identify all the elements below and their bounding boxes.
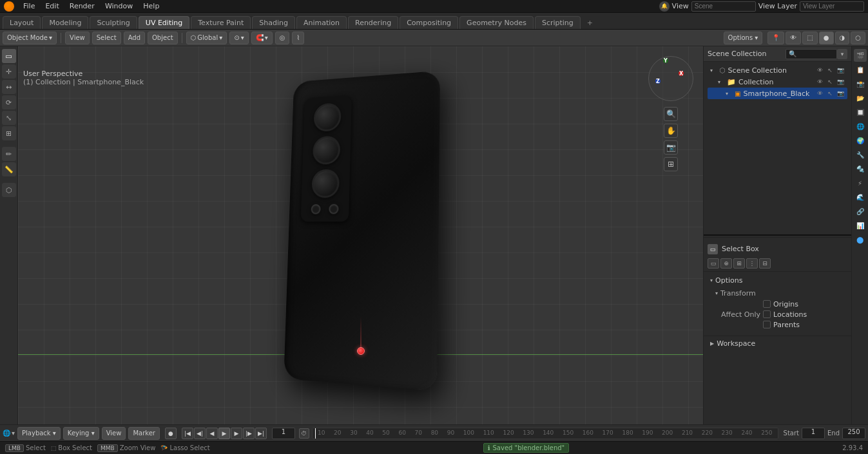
add-menu-button[interactable]: Add	[124, 32, 145, 44]
camera-gizmo-btn[interactable]: 📷	[664, 140, 678, 155]
prop-scene-icon[interactable]: 🎬	[854, 49, 867, 62]
tl-dot-btn[interactable]: ●	[165, 428, 177, 439]
viewport-gizmo-toggle[interactable]: 📍	[767, 32, 784, 44]
tab-compositing[interactable]: Compositing	[400, 16, 458, 29]
collection-visibility-icon[interactable]: 👁	[815, 77, 824, 86]
timeline-view-btn[interactable]: View	[102, 427, 126, 440]
add-cube-tool-icon[interactable]: ⬡	[2, 183, 16, 197]
parents-checkbox[interactable]	[763, 321, 771, 328]
prop-physics-icon[interactable]: 🌊	[854, 191, 867, 203]
prop-particles-icon[interactable]: ⚡	[854, 176, 867, 189]
outliner-search-input[interactable]	[786, 49, 837, 59]
prop-data-icon[interactable]: 📊	[854, 219, 867, 232]
prop-renderlayer-icon[interactable]: 📋	[854, 63, 867, 76]
menu-edit[interactable]: Edit	[40, 0, 64, 12]
tl-jump-back-btn[interactable]: ◀	[206, 428, 218, 439]
prop-render-icon[interactable]: 📸	[854, 77, 867, 90]
notifications-icon[interactable]: 🔔	[659, 1, 670, 12]
keying-menu-btn[interactable]: Keying ▾	[63, 427, 99, 440]
tl-next-keyframe-btn[interactable]: |▶	[243, 428, 255, 439]
options-button[interactable]: Options ▾	[724, 32, 763, 44]
shading-material-btn[interactable]: ◑	[835, 32, 850, 44]
tab-geometry-nodes[interactable]: Geometry Nodes	[459, 16, 534, 29]
prop-modifiers-icon[interactable]: 🔩	[854, 162, 867, 175]
gizmo-z-axis[interactable]: Z	[655, 79, 661, 84]
rotate-tool-icon[interactable]: ⟳	[2, 95, 16, 109]
origins-checkbox[interactable]	[763, 300, 771, 308]
tab-sculpting[interactable]: Sculpting	[90, 16, 137, 29]
object-select-icon[interactable]: ↖	[825, 89, 834, 98]
collection-item[interactable]: ▾ 📁 Collection 👁 ↖ 📷	[708, 76, 847, 88]
prop-viewlayer-icon[interactable]: 🔲	[854, 106, 867, 118]
object-visibility-icon[interactable]: 👁	[815, 89, 824, 98]
menu-window[interactable]: Window	[100, 0, 138, 12]
prop-world-icon[interactable]: 🌍	[854, 134, 867, 147]
pan-gizmo-btn[interactable]: ✋	[664, 124, 678, 138]
menu-file[interactable]: File	[18, 0, 40, 12]
orthographic-toggle-btn[interactable]: ⊞	[664, 157, 678, 171]
zoom-gizmo-btn[interactable]: 🔍	[664, 107, 678, 121]
move-tool-icon[interactable]: ↔	[2, 80, 16, 94]
workspace-section-header[interactable]: ▶ Workspace	[704, 337, 851, 350]
prop-output-icon[interactable]: 📂	[854, 91, 867, 104]
falloff-curve-button[interactable]: ⌇	[292, 32, 304, 44]
transform-orientation-button[interactable]: ⬡ Global ▾	[186, 32, 227, 44]
outliner-filter-btn[interactable]: ▾	[837, 49, 847, 59]
start-frame-field[interactable]: 1	[802, 428, 825, 439]
object-menu-button[interactable]: Object	[148, 32, 178, 44]
mode-icon-5[interactable]: ⊟	[759, 258, 771, 269]
scene-select-icon[interactable]: ↖	[825, 66, 834, 75]
add-workspace-button[interactable]: +	[582, 17, 598, 29]
measure-tool-icon[interactable]: 📏	[2, 162, 16, 176]
tab-scripting[interactable]: Scripting	[535, 16, 581, 29]
options-section-header[interactable]: ▾ Options	[708, 274, 847, 287]
scene-search-input[interactable]	[691, 1, 756, 12]
mode-icon-3[interactable]: ⊞	[733, 258, 745, 269]
playback-menu-btn[interactable]: Playback ▾	[17, 427, 61, 440]
tab-rendering[interactable]: Rendering	[348, 16, 398, 29]
shading-rendered-btn[interactable]: ○	[851, 32, 865, 44]
cursor-tool-icon[interactable]: ✛	[2, 64, 16, 79]
select-tool-icon[interactable]: ▭	[2, 49, 16, 63]
prop-object-icon[interactable]: 🔧	[854, 148, 867, 161]
annotate-tool-icon[interactable]: ✏	[2, 147, 16, 161]
tl-jump-fwd-btn[interactable]: ▶	[231, 428, 242, 439]
collection-select-icon[interactable]: ↖	[825, 77, 834, 86]
timeline-track[interactable]: 10 20 30 40 50 60 70 80 90 100 110 120 1…	[312, 428, 778, 439]
prop-constraints-icon[interactable]: 🔗	[854, 205, 867, 218]
tl-prev-keyframe-btn[interactable]: ◀|	[194, 428, 206, 439]
mode-select-button[interactable]: Object Mode ▾	[3, 32, 57, 44]
viewport-container[interactable]: Object Mode ▾ View Select Add Object Use…	[18, 46, 703, 424]
proportional-edit-button[interactable]: ◎	[275, 32, 290, 44]
tab-shading[interactable]: Shading	[252, 16, 295, 29]
scene-visibility-icon[interactable]: 👁	[815, 66, 824, 75]
mode-icon-2[interactable]: ⊕	[720, 258, 732, 269]
tab-texture-paint[interactable]: Texture Paint	[191, 16, 251, 29]
gizmo-x-axis[interactable]: X	[679, 71, 684, 76]
scene-render-icon[interactable]: 📷	[836, 66, 845, 75]
tab-animation[interactable]: Animation	[296, 16, 347, 29]
tab-modeling[interactable]: Modeling	[42, 16, 88, 29]
tab-uv-editing[interactable]: UV Editing	[139, 16, 189, 29]
end-frame-field[interactable]: 250	[842, 428, 865, 439]
mode-icon-4[interactable]: ⋮	[746, 258, 758, 269]
object-render-icon[interactable]: 📷	[836, 89, 845, 98]
shading-solid-btn[interactable]: ●	[819, 32, 834, 44]
prop-scene2-icon[interactable]: 🌐	[854, 120, 867, 133]
select-menu-button[interactable]: Select	[92, 32, 121, 44]
tl-play-btn[interactable]: ▶	[218, 428, 230, 439]
xray-toggle[interactable]: ⬚	[802, 32, 817, 44]
pivot-point-button[interactable]: ⊙ ▾	[229, 32, 248, 44]
mode-icon-1[interactable]: ▭	[708, 258, 719, 269]
transform-tool-icon[interactable]: ⊞	[2, 126, 16, 140]
menu-help[interactable]: Help	[138, 0, 164, 12]
view-layer-input[interactable]	[800, 1, 864, 12]
tl-jump-end-btn[interactable]: ▶|	[255, 428, 267, 439]
menu-render[interactable]: Render	[64, 0, 100, 12]
scale-tool-icon[interactable]: ⤡	[2, 111, 16, 125]
blender-logo-btn[interactable]	[0, 1, 18, 12]
marker-btn[interactable]: Marker	[128, 427, 160, 440]
gizmo-y-axis[interactable]: Y	[663, 58, 668, 63]
collection-render-icon[interactable]: 📷	[836, 77, 845, 86]
viewport-overlay-toggle[interactable]: 👁	[786, 32, 801, 44]
